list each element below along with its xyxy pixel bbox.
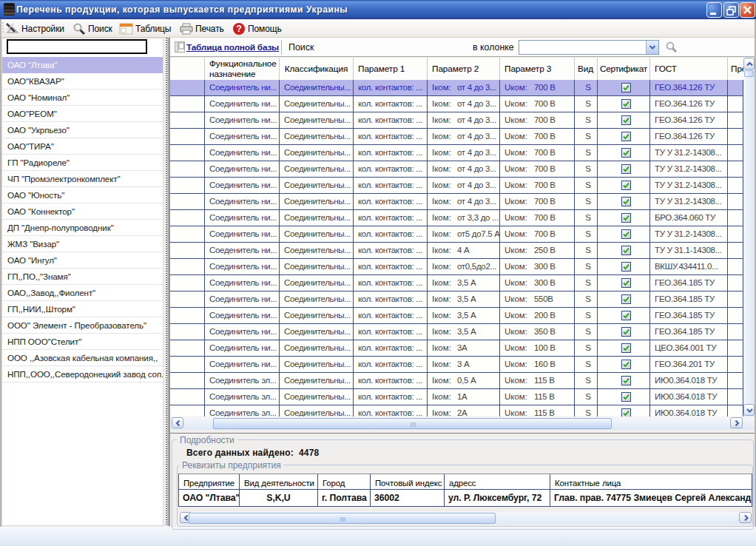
svg-text:?: ? — [236, 24, 242, 34]
